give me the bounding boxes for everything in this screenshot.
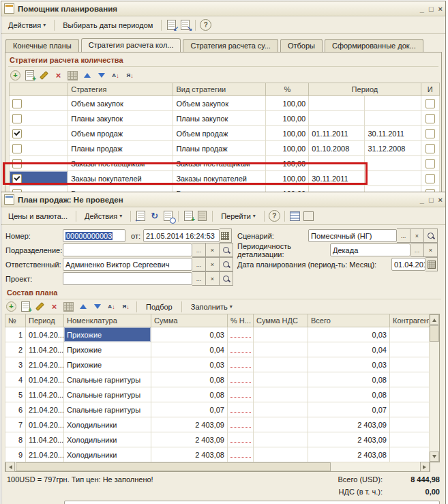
strategy-cell[interactable]: Объем продаж [68,126,173,141]
vertical-scrollbar[interactable] [430,314,440,462]
period-from-cell[interactable] [309,111,365,126]
fill-button[interactable]: Заполнить ▾ [187,301,237,313]
col-period[interactable]: Период [26,314,64,327]
contractor-cell[interactable] [390,387,430,402]
project-select-button[interactable]: ... [192,271,206,286]
total-cell[interactable]: 2 403,08 [308,447,390,462]
actions-button[interactable]: Действия ▾ [80,210,126,222]
sum-cell[interactable]: 2 403,09 [151,417,228,432]
scenario-field[interactable]: Помесячный (НГ) [308,229,397,242]
sum-cell[interactable]: 2 403,09 [151,432,228,447]
row-flag-cell[interactable] [10,141,68,156]
col-sum[interactable]: Сумма [151,314,228,327]
pick-period-dates-button[interactable]: Выбирать даты периодом [59,19,157,31]
end-edit-button[interactable] [63,301,74,312]
col-percent[interactable]: % [266,83,309,96]
row-flag-cell[interactable] [10,171,68,186]
structure-view-button[interactable] [289,210,301,222]
item-cell[interactable]: Прихожие [64,342,151,357]
number-field[interactable]: 00000000003 [63,229,125,242]
move-up-button[interactable] [81,70,93,81]
strategy-cell[interactable]: Планы продаж [68,141,173,156]
department-clear-button[interactable]: × [206,243,220,257]
sort-desc-button[interactable]: Я↓ [120,301,132,312]
vat-percent-cell[interactable] [228,342,254,357]
total-cell[interactable]: 2 403,09 [308,432,390,447]
col-total[interactable]: Всего [308,314,390,327]
period-to-cell[interactable] [365,111,421,126]
row-number-cell[interactable]: 1 [5,327,26,342]
period-from-cell[interactable] [309,156,365,171]
row-number-cell[interactable]: 8 [5,432,26,447]
i-flag-cell[interactable] [421,141,439,156]
vat-sum-cell[interactable] [254,342,308,357]
row-flag-checkbox[interactable] [12,129,22,138]
plan-date-calendar-button[interactable] [425,257,438,271]
i-flag-checkbox[interactable] [425,114,435,123]
i-flag-cell[interactable] [421,111,439,126]
col-contractor[interactable]: Контрагент [390,314,430,327]
move-up-button[interactable] [77,301,89,312]
copy-row-button[interactable]: + [20,301,31,312]
vat-sum-cell[interactable] [254,372,308,387]
strategy-kind-cell[interactable]: Заказы поставщикам [173,156,266,171]
i-flag-checkbox[interactable] [425,99,435,108]
contractor-cell[interactable] [390,357,430,372]
contractor-cell[interactable] [390,372,430,387]
strategy-cell[interactable]: Заказы покупателей [68,171,173,186]
strategy-kind-cell[interactable]: Планы продаж [173,141,266,156]
sum-cell[interactable]: 0,03 [151,357,228,372]
i-flag-checkbox[interactable] [425,159,435,168]
strategy-kind-cell[interactable]: Планы закупок [173,111,266,126]
period-cell[interactable]: 11.04.20... [26,432,64,447]
item-cell[interactable]: Холодильники [64,432,151,447]
copy-document-disabled-button[interactable] [196,210,208,222]
percent-cell[interactable]: 100,00 [266,156,309,171]
project-open-button[interactable] [220,271,233,286]
percent-cell[interactable]: 100,00 [266,96,309,111]
i-flag-cell[interactable] [421,171,439,186]
move-down-button[interactable] [91,301,103,312]
col-item[interactable]: Номенклатура [64,314,151,327]
contractor-cell[interactable] [390,447,430,462]
tab-sum-strategy[interactable]: Стратегия расчета су... [183,39,278,53]
strategy-kind-cell[interactable]: Объем закупок [173,96,266,111]
minimize-button[interactable]: _ [420,196,424,203]
copy-document-button[interactable]: + [183,210,194,222]
period-cell[interactable]: 21.04.20... [26,357,64,372]
row-number-cell[interactable]: 7 [5,417,26,432]
responsible-open-button[interactable] [220,257,233,271]
col-vat-percent[interactable]: % Н... [228,314,254,327]
period-cell[interactable]: 01.04.20... [26,417,64,432]
scenario-open-button[interactable] [424,228,438,243]
percent-cell[interactable]: 100,00 [266,171,309,186]
contractor-cell[interactable] [390,417,430,432]
add-row-button[interactable]: + [10,70,21,81]
period-cell[interactable]: 11.04.20... [26,387,64,402]
tab-generated-docs[interactable]: Сформированные док... [325,39,423,53]
i-flag-cell[interactable] [421,126,439,141]
total-cell[interactable]: 0,08 [308,372,390,387]
total-cell[interactable]: 0,04 [308,342,390,357]
post-document-button[interactable]: ← [135,210,147,222]
tab-quantity-strategy[interactable]: Стратегия расчета кол... [81,38,181,52]
plan-date-field[interactable]: 01.04.2011 [391,258,425,271]
department-select-button[interactable]: ... [192,243,206,257]
project-clear-button[interactable]: × [206,271,220,286]
vat-percent-cell[interactable] [228,402,254,417]
actions-button[interactable]: Действия ▾ [4,19,50,31]
vat-sum-cell[interactable] [254,447,308,462]
department-open-button[interactable] [220,243,233,257]
period-cell[interactable]: 21.04.20... [26,447,64,462]
item-cell[interactable]: Спальные гарнитуры [64,387,151,402]
period-to-cell[interactable]: 31.12.2008 [365,141,421,156]
edit-row-button[interactable] [34,301,46,312]
sum-cell[interactable]: 0,03 [151,327,228,342]
strategy-cell[interactable]: Заказы поставщикам [68,156,173,171]
help-button[interactable]: ? [269,210,280,222]
vat-percent-cell[interactable] [228,432,254,447]
period-to-cell[interactable] [365,156,421,171]
project-field[interactable] [63,272,192,285]
row-number-cell[interactable]: 5 [5,387,26,402]
close-button[interactable]: × [438,196,443,203]
